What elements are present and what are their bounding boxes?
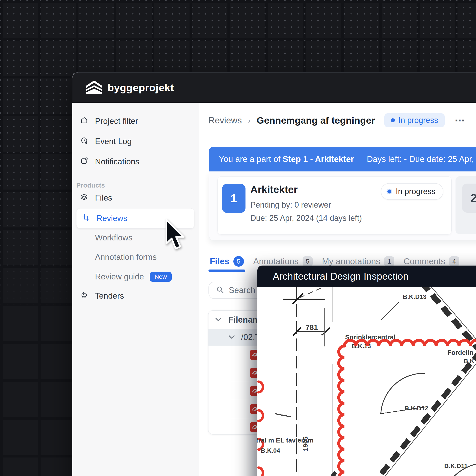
architectural-drawing: 781 Sprinklercentral B.K.13 B.K.D13	[257, 287, 476, 476]
drawing-room-label: tral m EL tavlerum	[257, 437, 314, 444]
sidebar-item-project-filter[interactable]: Project filter	[81, 117, 138, 126]
search-placeholder: Search	[229, 286, 255, 295]
chevron-right-icon: ›	[248, 116, 250, 125]
tab-label: My annotations	[322, 256, 380, 266]
tab-count-badge: 4	[449, 256, 459, 266]
sidebar-item-label: Project filter	[95, 117, 138, 126]
sidebar-item-label: Tenders	[95, 291, 124, 301]
status-label: In progress	[398, 116, 438, 125]
tab-label: Comments	[404, 256, 445, 266]
inspection-overlay: Architectural Design Inspection 781 Spri…	[257, 266, 476, 476]
breadcrumb-parent[interactable]: Reviews	[208, 116, 242, 125]
drawing-room-label: Fordelin	[447, 349, 473, 356]
header-divider	[199, 137, 476, 137]
search-icon	[216, 286, 224, 294]
app-header: byggeprojekt	[72, 72, 476, 103]
step-card-2[interactable]: 2	[456, 176, 476, 234]
home-icon	[81, 117, 88, 126]
mouse-cursor	[165, 219, 186, 252]
layers-icon	[81, 193, 88, 203]
banner-deadline: Days left: - Due date: 25 Apr, 2024	[367, 154, 476, 164]
byggeprojekt-logo-icon	[85, 80, 103, 95]
step-due-text: Due: 25 Apr, 2024 (14 days left)	[250, 214, 362, 223]
sidebar-item-label: Reviews	[97, 214, 127, 223]
sidebar-item-label: Workflows	[95, 233, 133, 242]
sidebar-item-label: Files	[95, 193, 112, 203]
step-banner: You are a part of Step 1 - Arkitekter Da…	[209, 147, 476, 171]
drawing-door-label: B.K.D12	[405, 405, 428, 412]
tab-count-badge: 1	[384, 256, 394, 266]
tab-label: Files	[210, 256, 229, 266]
drawing-dimension-width: 781	[306, 323, 318, 331]
revision-cloud-annotation	[258, 382, 263, 476]
status-dot-icon	[391, 118, 395, 122]
step-pending-text: Pending by: 0 reviewer	[250, 200, 331, 210]
breadcrumb: Reviews › Gennemgang af tegninger In pro…	[208, 113, 465, 128]
step-status-badge: In progress	[381, 183, 443, 200]
step-number-badge: 2	[462, 184, 476, 213]
sidebar-item-tenders[interactable]: Tenders	[81, 291, 124, 301]
sidebar-item-notifications[interactable]: Notifications	[81, 157, 139, 166]
sidebar-item-label: Annotation forms	[95, 253, 157, 262]
step-title: Arkitekter	[250, 184, 298, 195]
tab-files[interactable]: Files 5	[208, 251, 245, 272]
banner-prefix: You are a part of	[219, 154, 281, 164]
step-status-label: In progress	[396, 187, 435, 196]
sidebar-item-label: Event Log	[95, 137, 132, 146]
revision-cloud-annotation	[339, 346, 344, 476]
tab-count-badge: 5	[233, 256, 244, 267]
tab-count-badge: 5	[303, 256, 313, 266]
drawing-room-id: B.K.04	[261, 447, 280, 454]
review-steps-widget: You are a part of Step 1 - Arkitekter Da…	[209, 147, 476, 240]
sidebar-item-label: Notifications	[95, 157, 139, 166]
sidebar: Project filter Event Log Notifications P…	[72, 103, 199, 476]
app-logo-text: byggeprojekt	[107, 82, 174, 94]
page-title: Gennemgang af tegninger	[256, 115, 375, 126]
inspection-overlay-header: Architectural Design Inspection	[257, 266, 476, 287]
notifications-icon	[81, 157, 88, 166]
sidebar-item-event-log[interactable]: Event Log	[81, 137, 132, 146]
steps-body: 1 Arkitekter Pending by: 0 reviewer Due:…	[209, 171, 476, 240]
inspection-title: Architectural Design Inspection	[273, 271, 408, 282]
sidebar-item-files[interactable]: Files	[81, 193, 112, 203]
sidebar-item-label: Review guide	[95, 272, 144, 281]
sidebar-section-products: Products	[76, 182, 105, 189]
status-badge: In progress	[384, 113, 445, 127]
crop-icon	[82, 214, 89, 223]
drawing-door-label: B.K.D11	[444, 462, 468, 469]
new-badge: New	[150, 272, 172, 282]
drawing-room-id: B.K	[464, 358, 474, 364]
chevron-down-icon[interactable]	[228, 333, 235, 341]
piggy-bank-icon	[81, 291, 88, 301]
more-menu-button[interactable]: ⋯	[455, 115, 465, 126]
sidebar-item-review-guide[interactable]: Review guide New	[95, 272, 172, 282]
sidebar-item-workflows[interactable]: Workflows	[95, 233, 133, 242]
screenshot-root: byggeprojekt Project filter Event Log	[0, 0, 476, 476]
step-card-1[interactable]: 1 Arkitekter Pending by: 0 reviewer Due:…	[218, 176, 452, 235]
chevron-down-icon[interactable]	[215, 316, 222, 324]
step-number-badge: 1	[222, 184, 245, 213]
status-dot-icon	[387, 189, 391, 193]
tab-label: Annotations	[253, 256, 299, 266]
history-icon	[81, 137, 88, 146]
banner-step: Step 1 - Arkitekter	[283, 154, 354, 164]
drawing-door-label: B.K.D13	[403, 293, 426, 300]
sidebar-item-annotation-forms[interactable]: Annotation forms	[95, 253, 157, 262]
